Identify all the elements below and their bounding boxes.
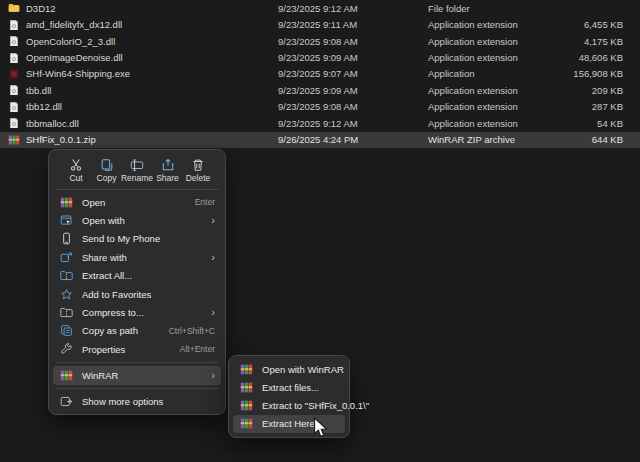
- share-icon: [161, 158, 175, 172]
- copy-path-icon: [59, 324, 74, 337]
- menu-item-label: Properties: [82, 344, 170, 355]
- file-size: 209 KB: [558, 85, 635, 96]
- dll-icon: [8, 52, 20, 64]
- context-menu-toolbar: Cut Copy Rename Share Delete: [53, 154, 221, 186]
- open-with-icon: [59, 214, 74, 227]
- toolbar-button-label: Share: [156, 173, 179, 183]
- exe-icon: [8, 68, 20, 80]
- context-menu-items: Open Enter Open with › Send to My Phone …: [53, 193, 221, 410]
- dll-icon: [8, 35, 20, 47]
- menu-item-extract-files[interactable]: Extract files...: [233, 378, 345, 396]
- file-name: amd_fidelityfx_dx12.dll: [26, 19, 122, 30]
- delete-icon: [191, 158, 205, 172]
- cut-icon: [69, 158, 83, 172]
- chevron-right-icon: ›: [211, 307, 215, 318]
- table-row[interactable]: tbbmalloc.dll 9/23/2025 9:12 AM Applicat…: [0, 115, 640, 131]
- menu-item-label: Extract to "SHfFix_0.0.1\": [262, 400, 369, 411]
- menu-item-open[interactable]: Open Enter: [53, 193, 221, 211]
- file-type: Application extension: [428, 85, 558, 96]
- winrar-icon: [239, 381, 254, 394]
- table-row[interactable]: OpenImageDenoise.dll 9/23/2025 9:09 AM A…: [0, 49, 640, 65]
- menu-item-properties[interactable]: Properties Alt+Enter: [53, 340, 221, 358]
- compress-icon: [59, 306, 74, 319]
- winrar-icon: [239, 417, 254, 430]
- file-size: 287 KB: [558, 101, 635, 112]
- menu-item-extract-all[interactable]: Extract All...: [53, 267, 221, 285]
- file-date-modified: 9/23/2025 9:08 AM: [278, 101, 428, 112]
- file-type: Application extension: [428, 52, 558, 63]
- file-type: File folder: [428, 3, 558, 14]
- menu-item-shortcut: Alt+Enter: [180, 344, 215, 354]
- menu-item-extract-to-shffix-0-0-1[interactable]: Extract to "SHfFix_0.0.1\": [233, 396, 345, 414]
- menu-item-copy-as-path[interactable]: Copy as path Ctrl+Shift+C: [53, 322, 221, 340]
- dll-icon: [8, 101, 20, 113]
- file-type: Application: [428, 68, 558, 79]
- menu-item-extract-here[interactable]: Extract Here: [233, 415, 345, 433]
- file-list: D3D12 9/23/2025 9:12 AM File folder amd_…: [0, 0, 640, 148]
- menu-item-label: Extract Here: [262, 418, 339, 429]
- chevron-right-icon: ›: [211, 252, 215, 263]
- file-type: Application extension: [428, 36, 558, 47]
- table-row[interactable]: D3D12 9/23/2025 9:12 AM File folder: [0, 0, 640, 16]
- file-date-modified: 9/23/2025 9:12 AM: [278, 118, 428, 129]
- winrar-icon: [59, 196, 74, 209]
- winrar-icon: [239, 363, 254, 376]
- file-name: D3D12: [26, 3, 56, 14]
- menu-item-label: Open with WinRAR: [262, 364, 344, 375]
- file-size: 4,175 KB: [558, 36, 635, 47]
- file-date-modified: 9/23/2025 9:07 AM: [278, 68, 428, 79]
- favorites-star-icon: [59, 288, 74, 301]
- menu-item-label: WinRAR: [82, 370, 201, 381]
- table-row[interactable]: tbb12.dll 9/23/2025 9:08 AM Application …: [0, 99, 640, 115]
- menu-item-label: Send to My Phone: [82, 233, 215, 244]
- toolbar-button-label: Cut: [69, 173, 82, 183]
- menu-item-label: Add to Favorites: [82, 289, 215, 300]
- share-button[interactable]: Share: [153, 157, 183, 184]
- table-row[interactable]: SHf-Win64-Shipping.exe 9/23/2025 9:07 AM…: [0, 66, 640, 82]
- toolbar-button-label: Rename: [121, 173, 153, 183]
- file-name: tbbmalloc.dll: [26, 118, 79, 129]
- toolbar-button-label: Copy: [97, 173, 117, 183]
- table-row[interactable]: tbb.dll 9/23/2025 9:09 AM Application ex…: [0, 82, 640, 98]
- table-row[interactable]: SHfFix_0.0.1.zip 9/26/2025 4:24 PM WinRA…: [0, 132, 640, 148]
- properties-icon: [59, 343, 74, 356]
- file-date-modified: 9/23/2025 9:09 AM: [278, 52, 428, 63]
- table-row[interactable]: OpenColorIO_2_3.dll 9/23/2025 9:08 AM Ap…: [0, 33, 640, 49]
- table-row[interactable]: amd_fidelityfx_dx12.dll 9/23/2025 9:11 A…: [0, 16, 640, 32]
- menu-item-label: Copy as path: [82, 325, 159, 336]
- file-type: Application extension: [428, 101, 558, 112]
- winrar-submenu-items: Open with WinRAR Extract files... Extrac…: [233, 360, 345, 433]
- file-type: Application extension: [428, 19, 558, 30]
- file-date-modified: 9/23/2025 9:11 AM: [278, 19, 428, 30]
- rename-button[interactable]: Rename: [122, 157, 152, 184]
- copy-button[interactable]: Copy: [92, 157, 122, 184]
- file-explorer-window: D3D12 9/23/2025 9:12 AM File folder amd_…: [0, 0, 640, 462]
- dll-icon: [8, 19, 20, 31]
- menu-item-show-more-options[interactable]: Show more options: [53, 392, 221, 410]
- menu-item-label: Open with: [82, 215, 201, 226]
- cut-button[interactable]: Cut: [61, 157, 91, 184]
- toolbar-button-label: Delete: [186, 173, 211, 183]
- file-date-modified: 9/23/2025 9:09 AM: [278, 85, 428, 96]
- delete-button[interactable]: Delete: [183, 157, 213, 184]
- file-name: tbb.dll: [26, 85, 51, 96]
- menu-item-winrar[interactable]: WinRAR ›: [53, 366, 221, 386]
- menu-item-add-to-favorites[interactable]: Add to Favorites: [53, 285, 221, 303]
- file-size: 644 KB: [558, 134, 635, 145]
- winrar-submenu: Open with WinRAR Extract files... Extrac…: [228, 355, 350, 438]
- file-name: OpenImageDenoise.dll: [26, 52, 123, 63]
- menu-separator: [56, 388, 218, 389]
- menu-item-open-with-winrar[interactable]: Open with WinRAR: [233, 360, 345, 378]
- dll-icon: [8, 117, 20, 129]
- menu-item-compress-to[interactable]: Compress to... ›: [53, 303, 221, 321]
- menu-item-shortcut: Enter: [195, 197, 215, 207]
- menu-item-share-with[interactable]: Share with ›: [53, 248, 221, 266]
- dll-icon: [8, 84, 20, 96]
- menu-item-label: Extract files...: [262, 382, 339, 393]
- menu-separator: [56, 362, 218, 363]
- menu-item-label: Share with: [82, 252, 201, 263]
- rename-icon: [130, 158, 144, 172]
- show-more-icon: [59, 395, 74, 408]
- menu-item-send-to-my-phone[interactable]: Send to My Phone: [53, 230, 221, 248]
- menu-item-open-with[interactable]: Open with ›: [53, 211, 221, 229]
